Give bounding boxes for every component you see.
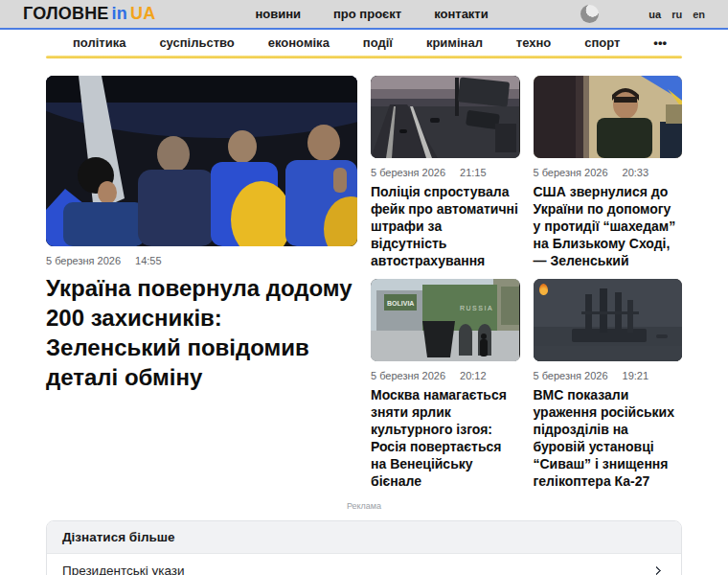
lang-ru[interactable]: ru xyxy=(671,9,682,20)
list-item-presidential-decrees[interactable]: Президентські укази xyxy=(47,554,681,575)
prisoners-flags-photo xyxy=(46,76,357,246)
main-article-photo[interactable] xyxy=(46,76,357,246)
biennale-pavilions-photo: RUSSIA BOLIVIA xyxy=(371,279,519,361)
moon-icon[interactable] xyxy=(580,5,599,23)
article-photo[interactable]: RUSSIA BOLIVIA xyxy=(371,279,520,361)
page: ГОЛОВНЕ in UA новини про проєкт контакти… xyxy=(0,0,728,575)
ad-label: Реклама xyxy=(46,501,682,511)
nav-item-more-dots[interactable]: ••• xyxy=(653,35,667,50)
nav-item-society[interactable]: суспільство xyxy=(159,35,234,50)
nav-item-crime[interactable]: кримінал xyxy=(426,35,483,50)
lang-en[interactable]: en xyxy=(693,9,705,20)
article-time: 20:33 xyxy=(623,167,649,178)
article-title[interactable]: ВМС показали ураження російських підрозд… xyxy=(534,386,683,490)
article-meta: 5 березня 2026 21:15 xyxy=(371,167,520,178)
more-box: Дізнатися більше Президентські укази Гол… xyxy=(46,520,682,575)
nav-item-events[interactable]: події xyxy=(363,35,393,50)
article-time: 21:15 xyxy=(460,167,487,178)
article-time: 20:12 xyxy=(460,370,487,381)
main-article: 5 березня 2026 14:55 Україна повернула д… xyxy=(46,76,357,490)
more-box-title: Дізнатися більше xyxy=(47,521,681,554)
main-article-title[interactable]: Україна повернула додому 200 захисників:… xyxy=(46,273,357,392)
news-grid: 5 березня 2026 14:55 Україна повернула д… xyxy=(46,76,682,490)
photo-text-russia: RUSSIA xyxy=(460,305,493,311)
article-photo[interactable] xyxy=(534,76,683,158)
article-card: 5 березня 2026 19:21 ВМС показали уражен… xyxy=(534,279,683,490)
article-title[interactable]: Поліція спростувала фейк про автоматичні… xyxy=(371,183,520,269)
article-card: 5 березня 2026 20:33 США звернулися до У… xyxy=(534,76,683,269)
nav-item-tech[interactable]: техно xyxy=(516,35,551,50)
photo-text-bolivia: BOLIVIA xyxy=(387,300,414,307)
logo-text-main: ГОЛОВНЕ xyxy=(23,4,109,24)
logo-text-ua: UA xyxy=(130,4,155,24)
article-time: 19:21 xyxy=(623,370,649,381)
article-date: 5 березня 2026 xyxy=(371,370,445,381)
road-camera-photo xyxy=(371,76,519,158)
lang-ua[interactable]: ua xyxy=(648,9,661,20)
article-photo[interactable] xyxy=(534,279,683,361)
article-photo[interactable] xyxy=(371,76,520,158)
article-meta: 5 березня 2026 19:21 xyxy=(534,370,683,381)
article-card: RUSSIA BOLIVIA 5 березня 2026 20:12 xyxy=(371,279,520,490)
zelensky-interview-photo xyxy=(534,76,682,158)
article-date: 5 березня 2026 xyxy=(371,167,445,178)
menu-item-news[interactable]: новини xyxy=(255,7,301,21)
menu-item-about[interactable]: про проєкт xyxy=(333,7,401,21)
article-meta: 5 березня 2026 20:33 xyxy=(534,167,683,178)
list-item-label: Президентські укази xyxy=(62,564,185,575)
category-nav: політика суспільство економіка події кри… xyxy=(0,30,728,56)
logo-text-in: in xyxy=(112,4,127,24)
top-menu: новини про проєкт контакти xyxy=(255,7,488,21)
nav-item-sport[interactable]: спорт xyxy=(584,35,620,50)
category-nav-items: політика суспільство економіка події кри… xyxy=(46,35,682,50)
flame-icon xyxy=(538,284,548,296)
menu-item-contacts[interactable]: контакти xyxy=(434,7,489,21)
nav-item-politics[interactable]: політика xyxy=(73,35,125,50)
article-title[interactable]: Москва намагається зняти ярлик культурно… xyxy=(371,386,520,490)
site-logo[interactable]: ГОЛОВНЕ in UA xyxy=(23,4,155,24)
article-card: 5 березня 2026 21:15 Поліція спростувала… xyxy=(371,76,520,269)
article-meta: 5 березня 2026 20:12 xyxy=(371,370,520,381)
language-switcher: ua ru en xyxy=(648,9,705,20)
article-date: 5 березня 2026 xyxy=(534,167,608,178)
main-content: 5 березня 2026 14:55 Україна повернула д… xyxy=(46,58,682,575)
article-date: 5 березня 2026 xyxy=(534,370,608,381)
nav-item-economy[interactable]: економіка xyxy=(268,35,330,50)
topbar: ГОЛОВНЕ in UA новини про проєкт контакти… xyxy=(0,0,728,30)
article-title[interactable]: США звернулися до України по допомогу у … xyxy=(534,183,683,269)
chevron-right-icon xyxy=(652,566,662,575)
drilling-rig-photo xyxy=(534,279,682,361)
article-meta: 5 березня 2026 14:55 xyxy=(46,255,357,266)
article-time: 14:55 xyxy=(135,255,162,266)
article-date: 5 березня 2026 xyxy=(46,255,121,266)
